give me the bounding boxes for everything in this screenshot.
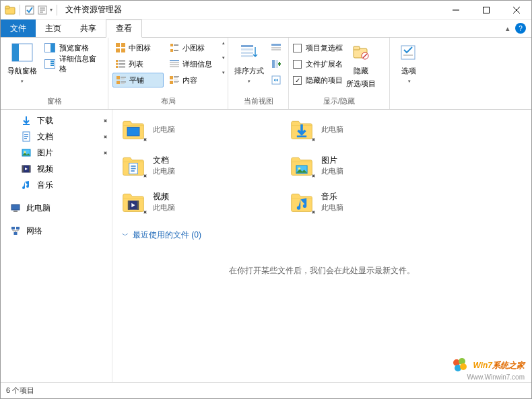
svg-rect-51 bbox=[241, 48, 253, 50]
svg-rect-80 bbox=[14, 232, 18, 235]
file-item[interactable]: ✦ 音乐此电脑 bbox=[289, 186, 444, 217]
file-item[interactable]: ✦ 此电脑 bbox=[289, 114, 444, 145]
nav-videos[interactable]: 视频 bbox=[1, 161, 112, 177]
svg-rect-74 bbox=[22, 166, 24, 172]
svg-rect-52 bbox=[241, 52, 253, 54]
svg-rect-50 bbox=[241, 45, 253, 47]
nav-thispc[interactable]: 此电脑 bbox=[1, 200, 112, 216]
documents-icon bbox=[21, 131, 32, 142]
layout-tiles[interactable]: 平铺 bbox=[112, 73, 164, 87]
expand-icon[interactable]: ▾ bbox=[222, 70, 225, 75]
svg-rect-75 bbox=[29, 166, 30, 172]
label: 详细信息窗格 bbox=[59, 54, 101, 74]
chevron-down-icon: ▾ bbox=[408, 79, 411, 84]
folder-icon: ✦ bbox=[121, 189, 146, 215]
nav-downloads[interactable]: 下载✦ bbox=[1, 112, 112, 129]
minimize-button[interactable] bbox=[440, 1, 471, 20]
folder-icon: ✦ bbox=[289, 153, 314, 178]
group-label bbox=[394, 97, 424, 109]
pin-icon: ✦ bbox=[100, 116, 109, 124]
layout-medium-icons[interactable]: 中图标 bbox=[112, 40, 164, 55]
hidden-items-toggle[interactable]: ✓隐藏的项目 bbox=[293, 73, 343, 87]
tab-file[interactable]: 文件 bbox=[1, 20, 36, 37]
computer-icon bbox=[10, 203, 21, 213]
file-extensions-toggle[interactable]: 文件扩展名 bbox=[293, 57, 343, 71]
svg-rect-91 bbox=[137, 201, 139, 210]
svg-rect-40 bbox=[170, 62, 179, 63]
svg-rect-85 bbox=[131, 168, 135, 170]
svg-rect-37 bbox=[170, 49, 173, 52]
label: 预览窗格 bbox=[59, 43, 89, 53]
nav-documents[interactable]: 文档✦ bbox=[1, 129, 112, 145]
qat-dropdown-icon[interactable]: ▾ bbox=[50, 7, 53, 13]
tab-view[interactable]: 查看 bbox=[106, 20, 142, 38]
svg-rect-29 bbox=[117, 76, 120, 79]
hide-selected-button[interactable]: 隐藏 所选项目 bbox=[345, 40, 376, 89]
details-pane-button[interactable]: 详细信息窗格 bbox=[42, 57, 104, 71]
label: 最近使用的文件 (0) bbox=[133, 229, 201, 241]
svg-rect-27 bbox=[116, 66, 118, 68]
svg-rect-31 bbox=[121, 79, 125, 80]
qat-props-icon[interactable] bbox=[38, 5, 47, 15]
pin-icon: ✦ bbox=[100, 132, 109, 141]
svg-rect-69 bbox=[24, 136, 28, 137]
scroll-down-icon[interactable]: ▾ bbox=[222, 55, 225, 61]
minimize-ribbon-icon[interactable]: ▴ bbox=[506, 24, 510, 33]
preview-pane-button[interactable]: 预览窗格 bbox=[42, 40, 104, 55]
file-item[interactable]: ✦ 此电脑 bbox=[121, 114, 275, 145]
tab-share[interactable]: 共享 bbox=[71, 20, 106, 37]
scroll-up-icon[interactable]: ▴ bbox=[222, 40, 225, 46]
svg-rect-30 bbox=[121, 77, 126, 78]
separator bbox=[57, 5, 57, 15]
svg-rect-14 bbox=[51, 44, 55, 52]
layout-content[interactable]: 内容 bbox=[166, 73, 218, 87]
nav-music[interactable]: 音乐 bbox=[1, 177, 112, 193]
svg-rect-76 bbox=[11, 205, 20, 210]
chevron-down-icon: ▾ bbox=[248, 79, 251, 84]
layout-details[interactable]: 详细信息 bbox=[166, 57, 218, 71]
label: 平铺 bbox=[129, 75, 144, 85]
nav-pictures[interactable]: 图片✦ bbox=[1, 145, 112, 161]
options-button[interactable]: 选项 ▾ bbox=[394, 40, 424, 84]
svg-rect-4 bbox=[40, 7, 45, 9]
maximize-button[interactable] bbox=[471, 1, 501, 20]
svg-rect-23 bbox=[116, 60, 118, 62]
layout-list[interactable]: 列表 bbox=[112, 57, 164, 71]
sort-by-button[interactable]: 排序方式 ▾ bbox=[232, 40, 265, 84]
item-location: 此电脑 bbox=[321, 124, 343, 135]
label: 所选项目 bbox=[346, 79, 376, 89]
file-item[interactable]: ✦ 视频此电脑 bbox=[121, 186, 275, 217]
navigation-pane-button[interactable]: 导航窗格 ▾ bbox=[5, 40, 39, 84]
svg-rect-65 bbox=[403, 55, 413, 56]
group-label: 显示/隐藏 bbox=[293, 95, 385, 109]
add-columns-button[interactable] bbox=[268, 57, 284, 71]
help-icon[interactable]: ? bbox=[515, 23, 526, 34]
layout-small-icons[interactable]: 小图标 bbox=[166, 40, 218, 55]
group-by-button[interactable] bbox=[268, 40, 284, 55]
svg-rect-22 bbox=[121, 48, 125, 52]
svg-rect-20 bbox=[121, 43, 125, 47]
svg-rect-53 bbox=[241, 55, 253, 57]
size-columns-button[interactable] bbox=[268, 73, 284, 87]
tab-home[interactable]: 主页 bbox=[36, 20, 71, 37]
svg-rect-86 bbox=[131, 170, 134, 172]
file-item[interactable]: ✦ 图片此电脑 bbox=[289, 150, 444, 181]
app-icon bbox=[5, 5, 15, 15]
file-item[interactable]: ✦ 文档此电脑 bbox=[121, 150, 275, 181]
svg-rect-8 bbox=[483, 7, 489, 13]
close-button[interactable] bbox=[501, 1, 531, 20]
file-list: ✦ 此电脑✦ 此电脑✦ 文档此电脑✦ 图片此电脑✦ 视频此电脑✦ 音乐此电脑 ﹀… bbox=[112, 110, 531, 382]
item-checkboxes-toggle[interactable]: 项目复选框 bbox=[293, 40, 343, 55]
qat-checkbox-icon[interactable] bbox=[24, 5, 35, 15]
folder-icon: ✦ bbox=[289, 189, 314, 215]
svg-rect-61 bbox=[354, 46, 360, 50]
svg-rect-54 bbox=[271, 44, 281, 46]
item-location: 此电脑 bbox=[153, 124, 175, 135]
svg-rect-79 bbox=[16, 227, 20, 229]
svg-rect-64 bbox=[401, 46, 415, 59]
nav-network[interactable]: 网络 bbox=[1, 223, 112, 239]
svg-rect-57 bbox=[272, 60, 275, 68]
svg-rect-17 bbox=[51, 63, 54, 64]
svg-rect-84 bbox=[131, 166, 135, 167]
recent-files-header[interactable]: ﹀ 最近使用的文件 (0) bbox=[122, 229, 523, 241]
